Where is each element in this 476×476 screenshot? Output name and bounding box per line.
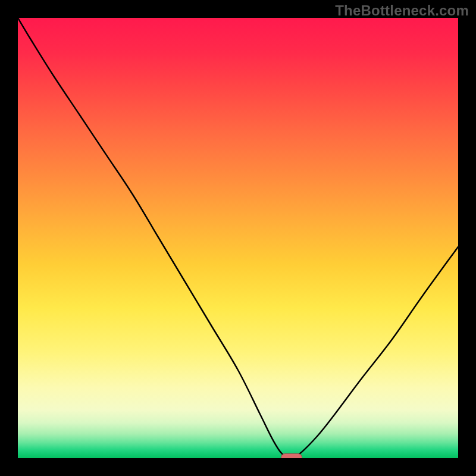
watermark-text: TheBottleneck.com (335, 2, 469, 19)
dip-marker (281, 453, 302, 458)
chart-frame: TheBottleneck.com (0, 0, 476, 476)
plot-area (18, 18, 458, 458)
bottleneck-curve (18, 18, 458, 458)
curve-svg (18, 18, 458, 458)
